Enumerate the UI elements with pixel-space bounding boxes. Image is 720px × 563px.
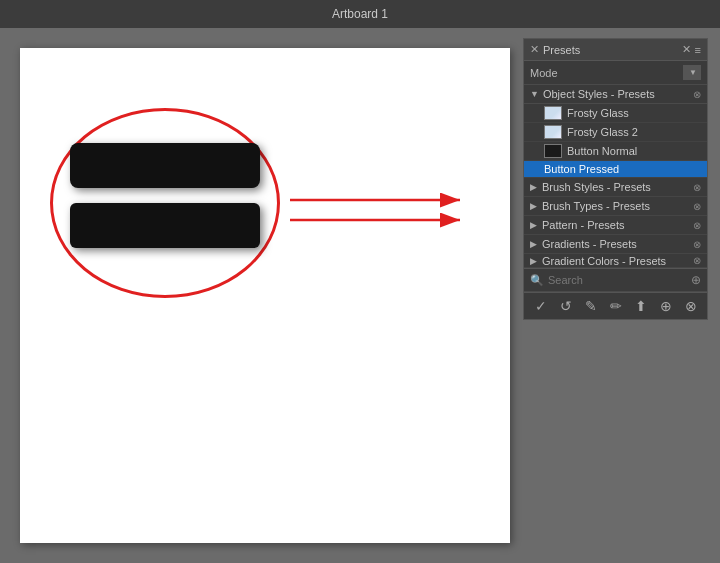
preset-item-button-pressed[interactable]: Button Pressed [524, 161, 707, 178]
brush-styles-label: Brush Styles - Presets [542, 181, 693, 193]
preset-item-button-normal[interactable]: Button Normal [524, 142, 707, 161]
gradients-toggle-icon: ▶ [530, 239, 538, 249]
toolbar-add-icon[interactable]: ⊕ [660, 298, 672, 314]
presets-panel: ✕ Presets ✕ ≡ Mode ▼ Object Styles - Pre… [523, 38, 708, 320]
brush-types-section-row[interactable]: ▶ Brush Types - Presets ⊗ [524, 197, 707, 216]
canvas-area: ✕ Presets ✕ ≡ Mode ▼ Object Styles - Pre… [0, 28, 720, 563]
mode-label: Mode [530, 67, 683, 79]
pattern-close-icon[interactable]: ⊗ [693, 220, 701, 231]
preset-thumb-button-normal [544, 144, 562, 158]
brush-styles-close-icon[interactable]: ⊗ [693, 182, 701, 193]
panel-menu-icon[interactable]: ≡ [695, 44, 701, 56]
brush-types-label: Brush Types - Presets [542, 200, 693, 212]
search-magnify-icon[interactable]: ⊕ [691, 273, 701, 287]
artboard-title: Artboard 1 [332, 7, 388, 21]
toolbar-edit-icon[interactable]: ✎ [585, 298, 597, 314]
search-loop-icon: 🔍 [530, 274, 544, 287]
mode-dropdown-wrap[interactable] [683, 65, 701, 80]
toolbar-refresh-icon[interactable]: ↺ [560, 298, 572, 314]
pattern-section-row[interactable]: ▶ Pattern - Presets ⊗ [524, 216, 707, 235]
object-styles-close-icon[interactable]: ⊗ [693, 89, 701, 100]
brush-styles-section-row[interactable]: ▶ Brush Styles - Presets ⊗ [524, 178, 707, 197]
object-styles-toggle-icon: ▼ [530, 89, 539, 99]
object-styles-section-header[interactable]: ▼ Object Styles - Presets ⊗ [524, 85, 707, 104]
toolbar-upload-icon[interactable]: ⬆ [635, 298, 647, 314]
button-shape-1 [70, 143, 260, 188]
panel-title-close-icon[interactable]: ✕ [682, 43, 691, 56]
brush-styles-toggle-icon: ▶ [530, 182, 538, 192]
panel-close-icon[interactable]: ✕ [530, 43, 539, 56]
preset-thumb-frosty-glass-2 [544, 125, 562, 139]
preset-item-frosty-glass[interactable]: Frosty Glass [524, 104, 707, 123]
gradients-section-row[interactable]: ▶ Gradients - Presets ⊗ [524, 235, 707, 254]
pattern-toggle-icon: ▶ [530, 220, 538, 230]
toolbar-remove-icon[interactable]: ⊗ [685, 298, 697, 314]
preset-item-frosty-glass-2[interactable]: Frosty Glass 2 [524, 123, 707, 142]
preset-name-button-normal: Button Normal [567, 145, 637, 157]
search-row: 🔍 ⊕ [524, 268, 707, 292]
object-styles-label: Object Styles - Presets [543, 88, 693, 100]
bottom-toolbar: ✓ ↺ ✎ ✏ ⬆ ⊕ ⊗ [524, 292, 707, 319]
gradient-colors-section-row[interactable]: ▶ Gradient Colors - Presets ⊗ [524, 254, 707, 268]
pattern-label: Pattern - Presets [542, 219, 693, 231]
brush-types-close-icon[interactable]: ⊗ [693, 201, 701, 212]
brush-types-toggle-icon: ▶ [530, 201, 538, 211]
toolbar-pencil-icon[interactable]: ✏ [610, 298, 622, 314]
gradient-colors-toggle-icon: ▶ [530, 256, 538, 266]
top-bar: Artboard 1 [0, 0, 720, 28]
artboard [20, 48, 510, 543]
gradient-colors-close-icon[interactable]: ⊗ [693, 255, 701, 266]
preset-name-frosty-glass: Frosty Glass [567, 107, 629, 119]
preset-name-frosty-glass-2: Frosty Glass 2 [567, 126, 638, 138]
gradients-close-icon[interactable]: ⊗ [693, 239, 701, 250]
mode-dropdown[interactable] [683, 65, 701, 80]
toolbar-check-icon[interactable]: ✓ [535, 298, 547, 314]
gradients-label: Gradients - Presets [542, 238, 693, 250]
preset-name-button-pressed: Button Pressed [544, 163, 619, 175]
button-shape-2 [70, 203, 260, 248]
search-input[interactable] [548, 274, 691, 286]
gradient-colors-label: Gradient Colors - Presets [542, 255, 693, 267]
panel-title: Presets [543, 44, 678, 56]
mode-row: Mode [524, 61, 707, 85]
preset-thumb-frosty-glass [544, 106, 562, 120]
panel-header: ✕ Presets ✕ ≡ [524, 39, 707, 61]
